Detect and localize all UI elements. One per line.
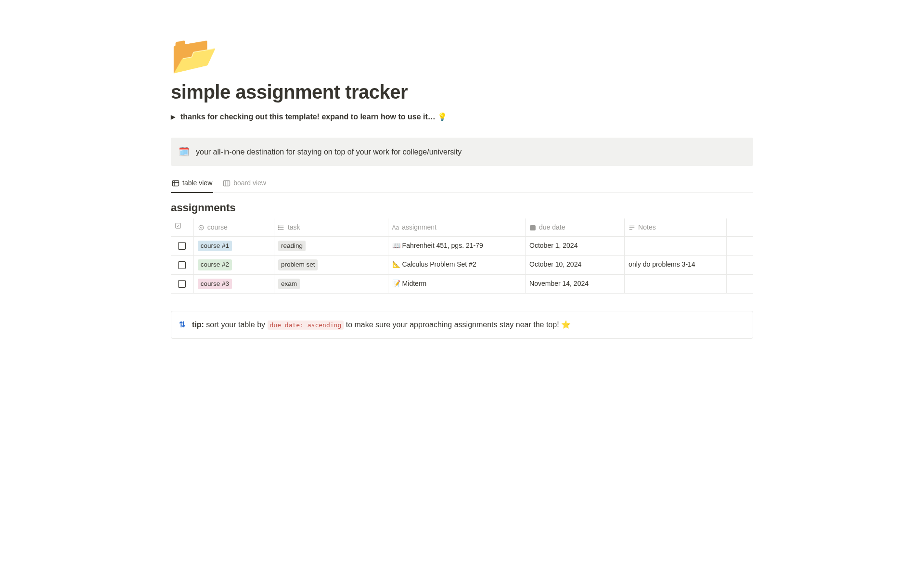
row-emoji-icon: 📖	[392, 242, 400, 249]
notes-cell[interactable]	[625, 274, 727, 293]
column-label: assignment	[402, 222, 436, 232]
table-icon	[172, 180, 180, 187]
tab-board-view[interactable]: board view	[222, 175, 267, 193]
due-date-cell[interactable]: November 14, 2024	[526, 274, 625, 293]
page-icon[interactable]: 📂	[171, 36, 753, 74]
column-header-add[interactable]	[726, 218, 753, 237]
row-checkbox[interactable]	[178, 280, 186, 288]
title-icon: Aa	[392, 223, 399, 232]
text-icon	[629, 224, 635, 231]
table-row[interactable]: course #2problem set📐Calculus Problem Se…	[171, 256, 753, 274]
column-label: Notes	[638, 222, 656, 232]
date-icon	[529, 224, 536, 231]
due-date-cell[interactable]: October 1, 2024	[526, 237, 625, 256]
svg-point-7	[199, 225, 204, 230]
tab-table-label: table view	[182, 178, 212, 188]
course-tag[interactable]: course #3	[198, 279, 232, 289]
callout-intro: 🗓️ your all-in-one destination for stayi…	[171, 138, 753, 166]
assignment-cell[interactable]: 📝Midterm	[388, 274, 525, 293]
code-chip: due date: ascending	[268, 321, 344, 330]
database-title[interactable]: assignments	[171, 193, 753, 218]
toggle-how-to-use[interactable]: ▶ thanks for checking out this template!…	[171, 109, 753, 130]
page-title[interactable]: simple assignment tracker	[171, 77, 753, 106]
task-tag[interactable]: exam	[278, 279, 300, 289]
callout-text: your all-in-one destination for staying …	[196, 146, 462, 158]
svg-point-11	[279, 225, 279, 226]
notes-cell[interactable]: only do problems 3-14	[625, 256, 727, 274]
svg-point-12	[279, 227, 279, 228]
row-emoji-icon: 📐	[392, 260, 400, 268]
row-checkbox[interactable]	[178, 261, 186, 269]
row-checkbox[interactable]	[178, 242, 186, 250]
course-tag[interactable]: course #2	[198, 259, 232, 270]
calendar-icon: 🗓️	[179, 145, 189, 158]
callout-tip: ⇅ tip: sort your table by due date: asce…	[171, 311, 753, 339]
notes-cell[interactable]	[625, 237, 727, 256]
column-header-checkbox[interactable]	[171, 218, 193, 237]
column-label: task	[288, 222, 300, 232]
svg-rect-0	[173, 180, 179, 186]
task-tag[interactable]: problem set	[278, 259, 318, 270]
database-tabs: table view board view	[171, 175, 753, 193]
column-label: course	[207, 222, 228, 232]
task-tag[interactable]: reading	[278, 241, 306, 251]
column-header-due-date[interactable]: due date	[526, 218, 625, 237]
svg-rect-3	[224, 180, 230, 186]
column-header-assignment[interactable]: Aa assignment	[388, 218, 525, 237]
column-label: due date	[539, 222, 565, 232]
column-header-course[interactable]: course	[193, 218, 274, 237]
table-row[interactable]: course #1reading📖Fahrenheit 451, pgs. 21…	[171, 237, 753, 256]
column-header-notes[interactable]: Notes	[625, 218, 727, 237]
select-icon	[198, 224, 205, 231]
checkbox-icon	[175, 222, 181, 229]
board-icon	[223, 180, 231, 187]
table-row[interactable]: course #3exam📝MidtermNovember 14, 2024	[171, 274, 753, 293]
svg-rect-14	[530, 225, 536, 230]
toggle-arrow-icon: ▶	[171, 113, 178, 121]
svg-rect-6	[176, 223, 181, 229]
column-header-task[interactable]: task	[274, 218, 388, 237]
tip-text: tip: sort your table by due date: ascend…	[192, 319, 571, 331]
tab-table-view[interactable]: table view	[171, 175, 213, 193]
tab-board-label: board view	[233, 178, 266, 188]
sort-icon: ⇅	[179, 319, 185, 331]
svg-point-13	[279, 229, 279, 229]
due-date-cell[interactable]: October 10, 2024	[526, 256, 625, 274]
assignment-cell[interactable]: 📐Calculus Problem Set #2	[388, 256, 525, 274]
toggle-label: thanks for checking out this template! e…	[180, 111, 447, 123]
assignments-table: course task Aa assignment	[171, 218, 753, 294]
course-tag[interactable]: course #1	[198, 241, 232, 251]
multiselect-icon	[278, 224, 285, 231]
row-emoji-icon: 📝	[392, 280, 400, 287]
assignment-cell[interactable]: 📖Fahrenheit 451, pgs. 21-79	[388, 237, 525, 256]
